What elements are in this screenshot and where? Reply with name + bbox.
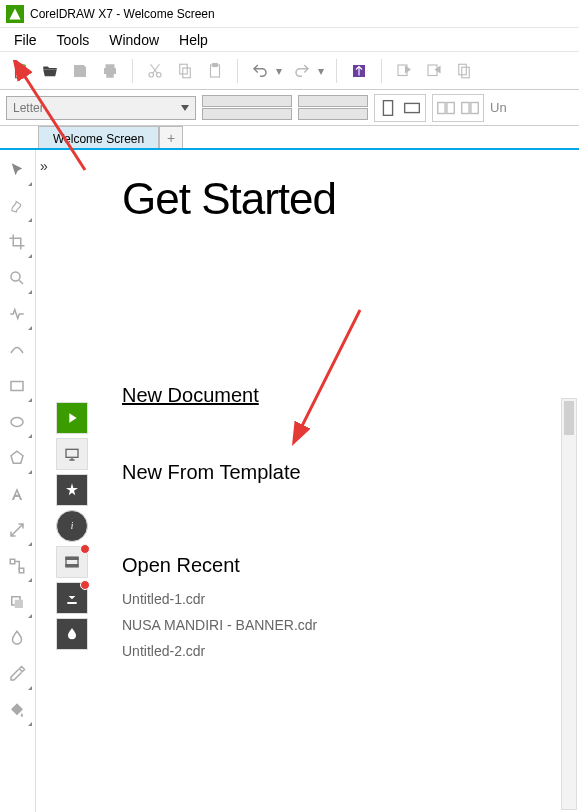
svg-rect-12 xyxy=(383,100,392,115)
redo-button[interactable] xyxy=(288,57,316,85)
menu-window[interactable]: Window xyxy=(99,30,169,50)
svg-rect-14 xyxy=(438,102,445,113)
svg-rect-29 xyxy=(66,557,78,559)
svg-rect-4 xyxy=(183,68,191,78)
membership-icon[interactable] xyxy=(56,618,88,650)
copy-button[interactable] xyxy=(171,57,199,85)
page-width-input[interactable] xyxy=(202,95,292,107)
pick-tool[interactable] xyxy=(0,152,34,188)
undo-button[interactable] xyxy=(246,57,274,85)
tab-add-button[interactable]: + xyxy=(159,126,183,148)
undo-dropdown[interactable]: ▾ xyxy=(276,64,286,78)
svg-rect-25 xyxy=(66,449,78,457)
titlebar: CorelDRAW X7 - Welcome Screen xyxy=(0,0,579,28)
paste-button[interactable] xyxy=(201,57,229,85)
current-page-button[interactable] xyxy=(459,97,481,119)
svg-rect-15 xyxy=(447,102,454,113)
svg-rect-13 xyxy=(405,103,420,112)
coreldraw-app-icon xyxy=(6,5,24,23)
artistic-media-tool[interactable] xyxy=(0,332,34,368)
shape-tool[interactable] xyxy=(0,188,34,224)
new-button[interactable] xyxy=(6,57,34,85)
svg-rect-30 xyxy=(66,565,78,567)
window-title: CorelDRAW X7 - Welcome Screen xyxy=(30,7,215,21)
connector-tool[interactable] xyxy=(0,548,34,584)
polygon-tool[interactable] xyxy=(0,440,34,476)
search-content-button[interactable] xyxy=(345,57,373,85)
ellipse-tool[interactable] xyxy=(0,404,34,440)
property-bar: Letter Un xyxy=(0,90,579,126)
drop-shadow-tool[interactable] xyxy=(0,584,34,620)
cut-button[interactable] xyxy=(141,57,169,85)
export-button[interactable] xyxy=(420,57,448,85)
svg-rect-24 xyxy=(15,600,23,608)
get-started-heading: Get Started xyxy=(122,174,569,224)
menu-file[interactable]: File xyxy=(4,30,47,50)
page-dimensions-group-2 xyxy=(298,95,368,120)
page-apply-group xyxy=(432,94,484,122)
new-from-template-link[interactable]: New From Template xyxy=(122,461,569,484)
svg-rect-21 xyxy=(10,559,15,564)
orientation-group xyxy=(374,94,426,122)
publish-pdf-button[interactable] xyxy=(450,57,478,85)
rectangle-tool[interactable] xyxy=(0,368,34,404)
redo-dropdown[interactable]: ▾ xyxy=(318,64,328,78)
scrollbar-thumb[interactable] xyxy=(564,401,574,435)
import-button[interactable] xyxy=(390,57,418,85)
zoom-tool[interactable] xyxy=(0,260,34,296)
transparency-tool[interactable] xyxy=(0,620,34,656)
toolbox xyxy=(0,150,36,812)
recent-file-item[interactable]: NUSA MANDIRI - BANNER.cdr xyxy=(122,617,569,633)
workspace-icon[interactable] xyxy=(56,438,88,470)
menu-bar: File Tools Window Help xyxy=(0,28,579,52)
page-size-combo[interactable]: Letter xyxy=(6,96,196,120)
recent-file-item[interactable]: Untitled-1.cdr xyxy=(122,591,569,607)
welcome-side-icons: i xyxy=(56,150,94,812)
need-help-icon[interactable]: i xyxy=(56,510,88,542)
svg-rect-3 xyxy=(180,64,188,74)
welcome-panel: Get Started New Document New From Templa… xyxy=(94,150,579,812)
svg-rect-6 xyxy=(213,63,218,66)
svg-text:i: i xyxy=(71,521,74,531)
all-pages-button[interactable] xyxy=(435,97,457,119)
recent-file-item[interactable]: Untitled-2.cdr xyxy=(122,643,569,659)
svg-rect-16 xyxy=(462,102,469,113)
open-button[interactable] xyxy=(36,57,64,85)
collapse-sidebar-button[interactable]: » xyxy=(36,150,56,812)
new-document-link[interactable]: New Document xyxy=(122,384,569,407)
color-eyedropper-tool[interactable] xyxy=(0,656,34,692)
page-size-value: Letter xyxy=(13,101,44,115)
get-started-icon[interactable] xyxy=(56,402,88,434)
chevron-down-icon xyxy=(181,105,189,111)
tab-welcome-screen[interactable]: Welcome Screen xyxy=(38,126,159,148)
svg-rect-10 xyxy=(459,64,467,75)
orientation-landscape-button[interactable] xyxy=(401,97,423,119)
save-button[interactable] xyxy=(66,57,94,85)
page-width-input-2[interactable] xyxy=(298,95,368,107)
vertical-scrollbar[interactable] xyxy=(561,398,577,810)
page-height-input-2[interactable] xyxy=(298,108,368,120)
welcome-screen-content: » i Get Started New Document New From Te… xyxy=(36,150,579,812)
print-button[interactable] xyxy=(96,57,124,85)
freehand-tool[interactable] xyxy=(0,296,34,332)
standard-toolbar: ▾ ▾ xyxy=(0,52,579,90)
svg-point-20 xyxy=(11,418,23,427)
page-height-input[interactable] xyxy=(202,108,292,120)
text-tool[interactable] xyxy=(0,476,34,512)
page-dimensions-group xyxy=(202,95,292,120)
parallel-dimension-tool[interactable] xyxy=(0,512,34,548)
document-tabs-area: Welcome Screen + xyxy=(0,126,579,150)
menu-tools[interactable]: Tools xyxy=(47,30,100,50)
svg-rect-17 xyxy=(471,102,478,113)
updates-icon[interactable] xyxy=(56,582,88,614)
interactive-fill-tool[interactable] xyxy=(0,692,34,728)
whats-new-icon[interactable] xyxy=(56,474,88,506)
orientation-portrait-button[interactable] xyxy=(377,97,399,119)
svg-rect-11 xyxy=(462,67,470,78)
open-recent-heading: Open Recent xyxy=(122,554,569,577)
gallery-icon[interactable] xyxy=(56,546,88,578)
main-area: » i Get Started New Document New From Te… xyxy=(0,150,579,812)
svg-rect-19 xyxy=(11,382,23,391)
crop-tool[interactable] xyxy=(0,224,34,260)
menu-help[interactable]: Help xyxy=(169,30,218,50)
